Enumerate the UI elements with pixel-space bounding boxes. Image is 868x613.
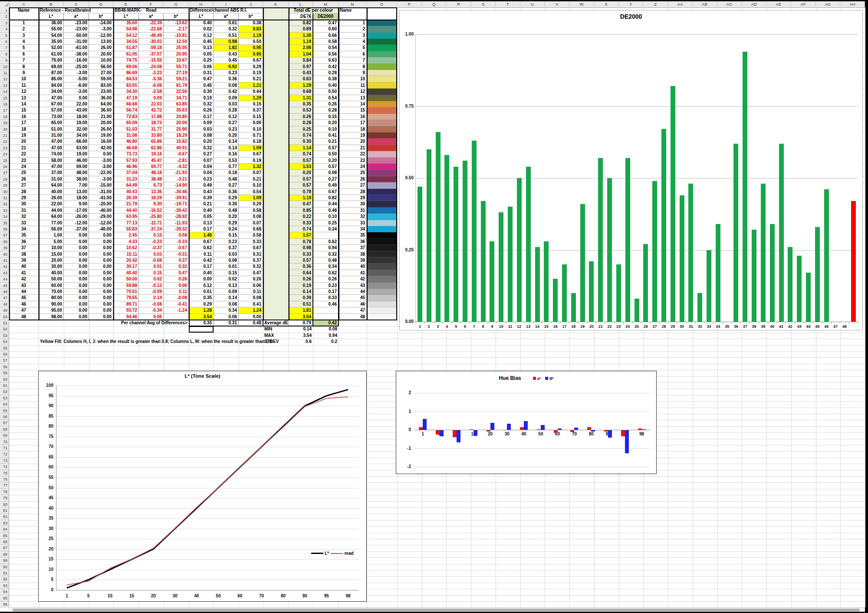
de76-value[interactable]: 0.57	[289, 182, 313, 188]
read-value[interactable]: -22.68	[139, 26, 164, 32]
row-header-81[interactable]: 81	[0, 508, 9, 514]
name-cell[interactable]: 34	[9, 226, 39, 232]
reference-value[interactable]: 75.00	[39, 57, 64, 63]
reference-value[interactable]: 59.00	[89, 76, 113, 82]
difference-value[interactable]: 0.29	[239, 201, 263, 207]
row-header-17[interactable]: 17	[0, 107, 9, 113]
reference-value[interactable]: -50.00	[64, 33, 89, 39]
difference-value[interactable]: 0.13	[214, 283, 239, 289]
row-header-63[interactable]: 63	[0, 395, 9, 401]
difference-value[interactable]: 0.02	[189, 26, 214, 32]
row-header-69[interactable]: 69	[0, 432, 9, 438]
name-cell[interactable]: 16	[9, 114, 39, 120]
reference-value[interactable]: -61.00	[64, 45, 89, 51]
de2000-value[interactable]: 0.46	[313, 301, 339, 307]
read-value[interactable]: 15.11	[113, 251, 139, 257]
de2000-value[interactable]: 0.62	[313, 239, 339, 245]
color-swatch[interactable]	[367, 189, 397, 195]
row-header-23[interactable]: 23	[0, 145, 9, 151]
read-value[interactable]: 34.71	[164, 95, 189, 101]
row-header-45[interactable]: 45	[0, 283, 9, 289]
reference-value[interactable]: 31.00	[39, 132, 64, 138]
column-header-S[interactable]: S	[471, 1, 496, 7]
read-value[interactable]: 0.32	[164, 264, 189, 270]
de76-value[interactable]: 0.78	[289, 189, 313, 195]
reference-value[interactable]: 0.00	[64, 289, 89, 295]
de2000-value[interactable]: 0.17	[313, 289, 339, 295]
read-value[interactable]: 69.77	[139, 164, 164, 170]
name-cell[interactable]: 31	[9, 208, 39, 214]
difference-value[interactable]: 0.62	[189, 245, 214, 251]
difference-value[interactable]: 0.34	[214, 307, 239, 313]
read-value[interactable]: -28.92	[164, 214, 189, 220]
difference-value[interactable]: 0.32	[214, 26, 239, 32]
name-cell-2[interactable]: 11	[339, 82, 367, 89]
difference-value[interactable]: 0.21	[189, 201, 214, 207]
row-header-70[interactable]: 70	[0, 439, 9, 445]
read-value[interactable]: -11.93	[164, 220, 189, 226]
read-value[interactable]: 0.11	[164, 289, 189, 295]
read-value[interactable]: 63.95	[113, 214, 139, 220]
difference-value[interactable]: 0.17	[189, 226, 214, 232]
read-value[interactable]: -10.81	[164, 33, 189, 39]
name-cell[interactable]: 20	[9, 138, 39, 145]
row-header-31[interactable]: 31	[0, 195, 9, 201]
read-value[interactable]: -30.02	[139, 39, 164, 45]
color-swatch[interactable]	[367, 126, 397, 132]
row-header-64[interactable]: 64	[0, 401, 9, 407]
difference-value[interactable]: 0.19	[189, 95, 214, 101]
difference-value[interactable]: 1.32	[239, 164, 263, 170]
row-header-75[interactable]: 75	[0, 470, 9, 476]
name-cell[interactable]: 18	[9, 126, 39, 132]
color-swatch[interactable]	[367, 151, 397, 157]
read-value[interactable]: -0.67	[164, 151, 189, 157]
column-header-AA[interactable]: AA	[668, 1, 693, 7]
difference-value[interactable]: 0.08	[189, 132, 214, 138]
read-value[interactable]: 18.29	[164, 132, 189, 138]
de76-value[interactable]: 0.43	[289, 70, 313, 76]
difference-value[interactable]: 0.19	[239, 158, 263, 164]
row-header-58[interactable]: 58	[0, 364, 9, 370]
read-value[interactable]: -22.39	[139, 20, 164, 26]
reference-value[interactable]: 0.00	[64, 301, 89, 307]
row-header-3[interactable]: 3	[0, 20, 9, 26]
reference-value[interactable]: 0.00	[64, 270, 89, 276]
de76-value[interactable]: 0.57	[289, 257, 313, 264]
yellow-fill-note[interactable]: Yellow Fill: Columns H, I, J: when the r…	[39, 339, 263, 345]
de2000-value[interactable]: 0.10	[313, 126, 339, 132]
reference-value[interactable]: 46.00	[64, 158, 89, 164]
name-cell[interactable]: 33	[9, 220, 39, 226]
de76-value[interactable]: 0.68	[289, 89, 313, 95]
read-value[interactable]: 54.12	[113, 33, 139, 39]
name-cell-2[interactable]: 3	[339, 33, 367, 39]
difference-value[interactable]: 0.54	[239, 189, 263, 195]
reference-value[interactable]: 26.00	[89, 45, 113, 51]
difference-value[interactable]: 0.19	[239, 70, 263, 76]
color-swatch[interactable]	[367, 276, 397, 282]
stat-de76[interactable]: 0.14	[289, 326, 313, 332]
color-swatch[interactable]	[367, 164, 397, 170]
name-cell-2[interactable]: 42	[339, 276, 367, 282]
name-cell[interactable]: 29	[9, 195, 39, 201]
reference-value[interactable]: 37.00	[39, 170, 64, 176]
de76-value[interactable]: 3.54	[289, 314, 313, 320]
difference-value[interactable]: 0.12	[189, 283, 214, 289]
column-header-D[interactable]: D	[89, 1, 113, 7]
read-value[interactable]: 18.29	[139, 195, 164, 201]
de2000-value[interactable]: 0.94	[313, 245, 339, 251]
name-cell[interactable]: 22	[9, 151, 39, 157]
read-value[interactable]: -21.93	[164, 170, 189, 176]
difference-value[interactable]: 0.23	[189, 176, 214, 182]
row-header-49[interactable]: 49	[0, 307, 9, 313]
de2000-value[interactable]: 0.57	[313, 164, 339, 170]
de2000-value[interactable]: 0.26	[313, 101, 339, 107]
color-swatch[interactable]	[367, 76, 397, 82]
de2000-value[interactable]: 0.42	[313, 64, 339, 70]
reference-value[interactable]: 0.00	[89, 239, 113, 245]
name-cell-2[interactable]: 48	[339, 314, 367, 320]
name-cell-2[interactable]: 5	[339, 45, 367, 51]
read-value[interactable]: 20.00	[164, 120, 189, 126]
reference-value[interactable]: 22.00	[64, 101, 89, 107]
difference-value[interactable]: 0.29	[214, 195, 239, 201]
difference-value[interactable]: 0.58	[239, 208, 263, 214]
